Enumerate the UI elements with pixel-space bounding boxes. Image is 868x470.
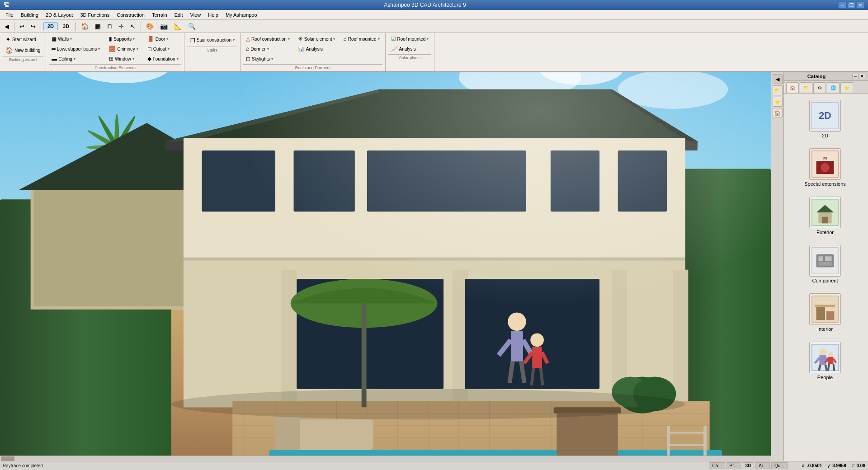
cat-nav-btn-3[interactable]: ⭐	[773, 97, 783, 107]
viewport[interactable]	[0, 72, 771, 461]
catalog-item-people[interactable]: People	[786, 339, 864, 383]
tab-catalog[interactable]: Ca...	[709, 462, 725, 469]
new-building-button[interactable]: 🏠 New building	[3, 45, 43, 55]
cat-label-interior: Interior	[817, 326, 833, 332]
menu-file[interactable]: File	[2, 10, 17, 20]
menu-building[interactable]: Building	[17, 10, 42, 20]
menu-help[interactable]: Help	[204, 10, 222, 20]
roof-icon: △	[246, 36, 250, 42]
cat-nav-btn-4[interactable]: 🏠	[773, 108, 783, 118]
title-bar: 🏗 Ashampoo 3D CAD Architecture 9 ─ ❐ ✕	[0, 0, 868, 10]
tb-move[interactable]: ✛	[116, 21, 127, 31]
tb-redo[interactable]: ↪	[28, 22, 38, 31]
building-wizard-title: Building wizard	[3, 56, 43, 62]
cat-label-component: Component	[812, 278, 838, 283]
walls-button[interactable]: ▦ Walls ▾	[49, 34, 103, 43]
scroll-thumb[interactable]	[1, 456, 14, 461]
tb-measure[interactable]: 📐	[171, 21, 184, 31]
ceiling-icon: ▬	[52, 56, 57, 62]
roof-construction-button[interactable]: △ Roof construction ▾	[243, 34, 292, 43]
catalog-item-interior[interactable]: Interior	[786, 291, 864, 334]
tb-zoom[interactable]: 🔍	[185, 21, 198, 31]
supports-button[interactable]: ▮ Supports ▾	[106, 34, 141, 43]
catalog-tab-home[interactable]: 🏠	[786, 82, 799, 93]
cutout-button[interactable]: ◻ Cutout ▾	[145, 44, 181, 53]
menu-terrain[interactable]: Terrain	[148, 10, 171, 20]
solar-roof-mounted-button[interactable]: ☑ Roof mounted ▾	[388, 34, 432, 43]
window-label: Window	[115, 56, 131, 61]
cat-label-exterior: Exterior	[816, 230, 834, 235]
menu-view[interactable]: View	[187, 10, 205, 20]
roof-arrow: ▾	[288, 37, 290, 41]
catalog-close[interactable]: ✕	[859, 74, 865, 79]
tb-walls[interactable]: ▦	[92, 21, 104, 31]
menu-construction[interactable]: Construction	[113, 10, 148, 20]
restore-button[interactable]: ❐	[847, 1, 855, 9]
catalog-minimize[interactable]: ─	[852, 74, 859, 79]
skylights-button[interactable]: ◻ Skylights ▾	[243, 54, 292, 63]
horizontal-scrollbar[interactable]	[0, 456, 771, 461]
tb-house[interactable]: 🏠	[78, 21, 91, 31]
ceiling-button[interactable]: ▬ Ceiling ▾	[49, 54, 103, 63]
catalog-item-special-extensions[interactable]: M Special extensions	[786, 146, 864, 189]
window-arrow: ▾	[132, 57, 134, 61]
skylights-label: Skylights	[252, 56, 270, 61]
tb-render[interactable]: 🎨	[143, 21, 156, 31]
bottom-tabs: Ca... Pr... 3D Ar... Qu...	[709, 462, 787, 469]
window-button[interactable]: ⊞ Window ▾	[106, 54, 141, 63]
door-button[interactable]: 🚪 Door ▾	[145, 34, 181, 43]
catalog-tab-settings[interactable]: ⚙	[813, 82, 826, 93]
new-building-buttons: 🏠 New building	[3, 45, 43, 55]
catalog-item-2d[interactable]: 2D 2D	[786, 97, 864, 141]
foundation-label: Foundation	[153, 56, 175, 61]
catalog-item-component[interactable]: Component	[786, 242, 864, 286]
close-button[interactable]: ✕	[856, 1, 864, 9]
start-wizard-button[interactable]: ✦ Start wizard	[3, 34, 39, 44]
tab-archive[interactable]: Ar...	[755, 462, 770, 469]
tab-quality[interactable]: Qu...	[771, 462, 788, 469]
catalog-tab-globe[interactable]: 🌐	[827, 82, 840, 93]
tab-properties[interactable]: Pr...	[726, 462, 741, 469]
lower-upper-beams-button[interactable]: ═ Lower/upper beams ▾	[49, 44, 103, 53]
house-icon: 🏠	[5, 47, 13, 54]
foundation-button[interactable]: ◆ Foundation ▾	[145, 54, 181, 63]
tb-stairs[interactable]: ⊓	[104, 21, 115, 31]
tb-3d-mode[interactable]: 3D	[59, 22, 73, 30]
menu-3d-functions[interactable]: 3D Functions	[76, 10, 113, 20]
catalog-item-exterior[interactable]: Exterior	[786, 194, 864, 238]
tb-select[interactable]: ↖	[127, 21, 138, 31]
dormer-arrow: ▾	[267, 47, 269, 51]
svg-point-159	[828, 352, 834, 357]
minimize-button[interactable]: ─	[838, 1, 846, 9]
solar-element-button[interactable]: ☀ Solar element ▾	[295, 34, 338, 43]
stairs-title: Stairs	[187, 47, 237, 52]
cat-nav-btn-2[interactable]: 📁	[773, 94, 783, 95]
stair-construction-button[interactable]: ⊓ Stair construction ▾	[187, 34, 237, 46]
catalog-tab-folder[interactable]: 📁	[800, 82, 812, 93]
foundation-icon: ◆	[147, 56, 151, 62]
stairs-buttons: ⊓ Stair construction ▾	[187, 34, 237, 46]
menu-edit[interactable]: Edit	[171, 10, 187, 20]
tab-3d[interactable]: 3D	[742, 462, 754, 469]
svg-rect-146	[825, 256, 832, 261]
app-title: Ashampoo 3D CAD Architecture 9	[12, 2, 838, 8]
roof-mounted-button[interactable]: ⌂ Roof mounted ▾	[340, 34, 382, 43]
tb-camera[interactable]: 📷	[157, 21, 170, 31]
menu-my-ashampoo[interactable]: My Ashampoo	[222, 10, 261, 20]
chimney-button[interactable]: 🧱 Chimney ▾	[106, 44, 141, 53]
svg-rect-154	[819, 355, 826, 365]
toolbar-row: ◀ ↩ ↪ 2D 3D 🏠 ▦ ⊓ ✛ ↖ 🎨 📷 📐 🔍	[1, 21, 867, 32]
tb-2d-mode[interactable]: 2D	[43, 22, 58, 30]
menu-2d-layout[interactable]: 2D & Layout	[42, 10, 77, 20]
svg-rect-142	[822, 217, 828, 224]
menu-bar: File Building 2D & Layout 3D Functions C…	[0, 10, 868, 20]
catalog-tab-star[interactable]: ⭐	[840, 82, 853, 93]
analysis-button[interactable]: 📊 Analysis	[295, 44, 338, 53]
catalog-tabs: ◀ 🏠 📁 ⚙ 🌐 ⭐	[771, 81, 868, 94]
tb-back-btn[interactable]: ◀	[2, 22, 12, 31]
solar-analysis-button[interactable]: 📈 Analysis	[388, 44, 419, 53]
tb-undo[interactable]: ↩	[17, 22, 27, 31]
dormer-button[interactable]: ⌂ Dormer ▾	[243, 44, 292, 53]
supports-icon: ▮	[109, 36, 112, 42]
door-arrow: ▾	[166, 37, 168, 41]
